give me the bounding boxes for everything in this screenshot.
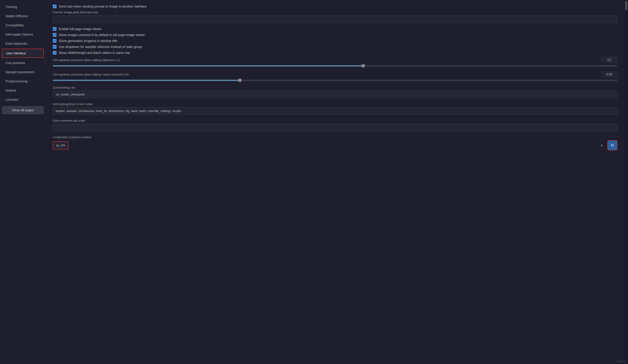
extra-networks-tab-section: Extra networks tab order (53, 119, 618, 131)
txt2img-order-label: txt2img/img2img UI item order (53, 102, 618, 106)
slider1-container (53, 64, 618, 67)
scrollbar-thumb[interactable] (625, 1, 627, 10)
scrollbar[interactable] (624, 0, 628, 364)
checkbox-label-show-zoomed: Show images zoomed in by default in full… (59, 33, 145, 37)
sidebar-item-live-previews[interactable]: Live previews (2, 59, 44, 67)
checkbox-row-use-dropdown: Use dropdown for sampler selection inste… (53, 45, 618, 49)
slider1-section: Ctrl+up/down precision when editing (att… (53, 57, 618, 67)
localization-select-wrapper: zh_CN None en_US (53, 141, 605, 149)
checkbox-use-dropdown[interactable] (53, 45, 57, 49)
checkbox-label-enable-full-page: Enable full page image viewer (59, 27, 102, 31)
checkbox-row-show-width-height: Show Width/Height and Batch sliders in s… (53, 51, 618, 55)
sidebar-item-actions[interactable]: Actions (2, 86, 44, 95)
txt2img-order-section: txt2img/img2img UI item order (53, 102, 618, 115)
extra-networks-tab-input[interactable] (53, 124, 618, 131)
sidebar-item-postprocessing[interactable]: Postprocessing (2, 77, 44, 85)
sidebar-item-extra-networks[interactable]: Extra Networks (2, 39, 44, 48)
checkbox-send-size[interactable] (53, 4, 57, 8)
slider1-label-row: Ctrl+up/down precision when editing (att… (53, 57, 618, 63)
sidebar-item-user-interface[interactable]: User interface (2, 49, 44, 58)
slider2-range[interactable] (53, 80, 618, 81)
localization-select[interactable]: zh_CN None en_US (53, 141, 68, 149)
sidebar-item-interrogate-options[interactable]: Interrogate Options (2, 30, 44, 39)
quicksettings-input[interactable] (53, 91, 618, 98)
show-all-pages-button[interactable]: Show all pages (2, 106, 44, 114)
slider1-range[interactable] (53, 65, 618, 67)
checkbox-label-use-dropdown: Use dropdown for sampler selection inste… (59, 45, 142, 49)
font-for-grids-label: Font for image grids that have text (53, 10, 618, 14)
quicksettings-section: Quicksettings list (53, 86, 618, 98)
checkbox-show-zoomed[interactable] (53, 33, 57, 37)
sidebar-item-licenses[interactable]: Licenses (2, 95, 44, 104)
checkbox-row-send-size: Send size when sending prompt or image t… (53, 4, 618, 8)
localization-section: Localization (requires restart) zh_CN No… (53, 135, 618, 150)
checkbox-show-width-height[interactable] (53, 51, 57, 55)
sidebar: Training Stable Diffusion Compatibility … (0, 0, 46, 364)
slider2-container (53, 78, 618, 82)
quicksettings-label: Quicksettings list (53, 86, 618, 89)
slider2-value-input[interactable] (601, 71, 618, 77)
slider2-label: Ctrl+up/down precision when editing <ext… (53, 73, 601, 76)
slider2-section: Ctrl+up/down precision when editing <ext… (53, 71, 618, 82)
sidebar-item-compatibility[interactable]: Compatibility (2, 21, 44, 29)
checkbox-row-enable-full-page: Enable full page image viewer (53, 27, 618, 31)
checkbox-show-progress[interactable] (53, 39, 57, 43)
main-content: Send size when sending prompt or image t… (46, 0, 624, 364)
localization-row: zh_CN None en_US ↻ (53, 140, 618, 150)
sidebar-item-stable-diffusion[interactable]: Stable Diffusion (2, 12, 44, 20)
checkbox-label-send-size: Send size when sending prompt or image t… (59, 4, 147, 8)
localization-label: Localization (requires restart) (53, 135, 618, 139)
refresh-icon: ↻ (611, 143, 614, 148)
checkbox-label-show-progress: Show generation progress in window title… (59, 39, 118, 43)
checkbox-row-show-progress: Show generation progress in window title… (53, 39, 618, 43)
checkbox-row-show-zoomed: Show images zoomed in by default in full… (53, 33, 618, 37)
sidebar-item-sampler-parameters[interactable]: Sampler parameters (2, 68, 44, 76)
slider1-label: Ctrl+up/down precision when editing (att… (53, 58, 601, 62)
slider1-value-input[interactable] (601, 57, 618, 63)
refresh-button[interactable]: ↻ (607, 140, 618, 150)
checkbox-label-show-width-height: Show Width/Height and Batch sliders in s… (59, 51, 130, 55)
watermark: znwx.cn (617, 360, 626, 363)
font-for-grids-input[interactable] (53, 15, 618, 23)
txt2img-order-input[interactable] (53, 107, 618, 115)
extra-networks-tab-label: Extra networks tab order (53, 119, 618, 122)
sidebar-item-training[interactable]: Training (2, 3, 44, 11)
slider2-label-row: Ctrl+up/down precision when editing <ext… (53, 71, 618, 77)
checkbox-enable-full-page[interactable] (53, 27, 57, 31)
font-for-grids-section: Font for image grids that have text (53, 10, 618, 23)
